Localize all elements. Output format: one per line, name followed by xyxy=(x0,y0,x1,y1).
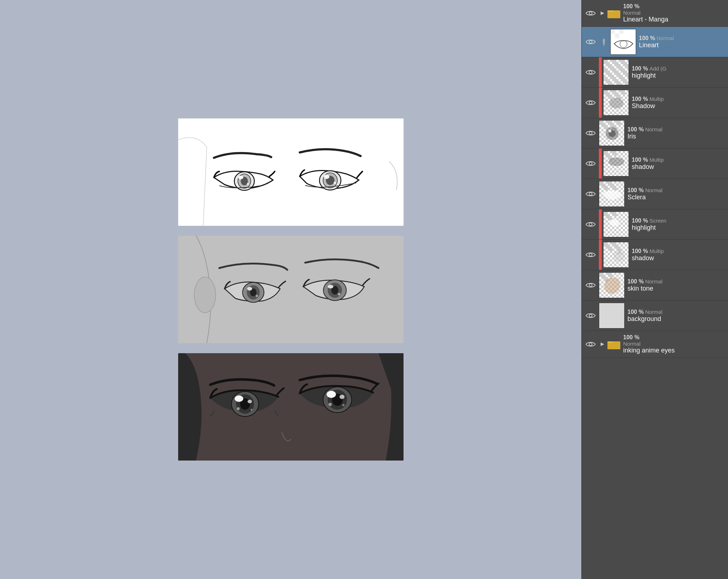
svg-rect-57 xyxy=(625,64,629,68)
svg-rect-51 xyxy=(604,60,608,64)
eye-icon-iris[interactable] xyxy=(584,126,597,140)
eye-icon-highlight[interactable] xyxy=(584,65,597,79)
collapse-triangle-icon[interactable] xyxy=(599,10,606,17)
layer-info-lineart: 100 % Normal Lineart xyxy=(637,35,726,49)
svg-rect-71 xyxy=(608,94,612,99)
svg-point-35 xyxy=(327,391,336,398)
svg-point-4 xyxy=(238,176,243,179)
folder-icon xyxy=(607,8,620,18)
svg-rect-107 xyxy=(599,273,604,277)
svg-point-13 xyxy=(194,277,216,313)
svg-rect-53 xyxy=(612,60,616,64)
svg-point-95 xyxy=(589,223,592,226)
svg-rect-74 xyxy=(621,90,625,94)
svg-rect-86 xyxy=(604,151,608,155)
layer-info-bottom-folder: 100 % Normal inking anime eyes xyxy=(622,334,726,354)
svg-rect-111 xyxy=(599,303,625,329)
layer-item-lineart[interactable]: 100 % Normal Lineart xyxy=(582,27,728,57)
eye-icon-shadow2[interactable] xyxy=(584,157,597,170)
svg-marker-40 xyxy=(601,11,604,15)
layer-name-lineart: Lineart xyxy=(639,42,726,49)
svg-rect-88 xyxy=(612,151,616,155)
layer-folder-lineart-manga[interactable]: 100 % Normal Lineart - Manga xyxy=(582,0,728,27)
layer-info-background: 100 % Normal background xyxy=(626,309,726,323)
svg-point-39 xyxy=(589,12,592,15)
layer-item-highlight[interactable]: 100 % Add (G highlight xyxy=(582,57,728,88)
drawing-panel-3 xyxy=(178,353,404,461)
svg-point-6 xyxy=(236,184,238,185)
svg-rect-92 xyxy=(604,186,608,190)
svg-point-36 xyxy=(339,395,345,399)
svg-rect-94 xyxy=(612,186,616,190)
svg-rect-67 xyxy=(616,81,621,85)
svg-point-84 xyxy=(609,130,611,132)
layer-item-background[interactable]: 100 % Normal background xyxy=(582,301,728,331)
layer-opacity-lineart: 100 % xyxy=(639,35,655,42)
svg-point-50 xyxy=(589,71,592,74)
svg-rect-101 xyxy=(604,242,608,247)
pen-icon xyxy=(599,37,609,47)
svg-point-106 xyxy=(589,284,592,287)
layer-item-sclera[interactable]: 100 % Normal Sclera xyxy=(582,179,728,209)
layer-item-shadow3[interactable]: 100 % Multip shadow xyxy=(582,240,728,270)
expand-triangle-icon[interactable] xyxy=(599,341,606,348)
eye-icon[interactable] xyxy=(584,6,597,20)
layers-panel: 100 % Normal Lineart - Manga xyxy=(581,0,728,579)
layer-thumb-highlight xyxy=(603,59,629,85)
eye-icon-lineart[interactable] xyxy=(584,35,597,49)
svg-point-105 xyxy=(614,250,625,262)
layer-folder-inking-anime-eyes[interactable]: 100 % Normal inking anime eyes xyxy=(582,331,728,358)
svg-rect-102 xyxy=(608,247,612,251)
layer-thumb-lineart xyxy=(610,29,636,55)
svg-rect-81 xyxy=(616,121,621,125)
eye-icon-sclera[interactable] xyxy=(584,187,597,201)
layer-thumb-skin-tone xyxy=(599,272,625,298)
layer-item-screen-highlight[interactable]: 100 % Screen highlight xyxy=(582,209,728,240)
svg-point-69 xyxy=(589,101,592,104)
layer-thumb-screen-highlight xyxy=(603,211,629,237)
eye-icon-screen-highlight[interactable] xyxy=(584,218,597,231)
eye-icon-bottom-folder[interactable] xyxy=(584,337,597,351)
color-dot-screen-highlight xyxy=(599,209,602,239)
layer-thumb-background xyxy=(599,303,625,329)
eye-icon-shadow1[interactable] xyxy=(584,96,597,110)
svg-point-44 xyxy=(589,40,592,43)
eye-icon-background[interactable] xyxy=(584,309,597,322)
svg-rect-60 xyxy=(608,73,612,77)
svg-point-5 xyxy=(247,183,249,185)
svg-rect-47 xyxy=(615,34,619,38)
svg-rect-116 xyxy=(607,343,620,349)
layer-info-highlight: 100 % Add (G highlight xyxy=(630,65,726,79)
eye-icon-skin-tone[interactable] xyxy=(584,278,597,292)
svg-rect-52 xyxy=(608,64,612,68)
layer-blend-lineart: Normal xyxy=(656,35,674,41)
layer-item-shadow2[interactable]: 100 % Multip shadow xyxy=(582,149,728,179)
layer-item-shadow1[interactable]: 100 % Multip Shadow xyxy=(582,88,728,118)
eye-icon-shadow3[interactable] xyxy=(584,248,597,262)
svg-point-31 xyxy=(250,409,252,411)
svg-rect-0 xyxy=(178,118,404,226)
drawing-panel-1 xyxy=(178,118,404,226)
svg-rect-109 xyxy=(608,273,612,277)
svg-point-18 xyxy=(256,295,258,297)
svg-point-29 xyxy=(248,400,252,403)
svg-rect-63 xyxy=(604,77,608,81)
color-dot-shadow3 xyxy=(599,240,602,270)
svg-rect-59 xyxy=(621,68,625,73)
svg-point-30 xyxy=(237,407,240,410)
svg-point-17 xyxy=(247,287,252,291)
svg-rect-91 xyxy=(599,181,604,186)
svg-point-99 xyxy=(609,219,619,226)
svg-rect-64 xyxy=(612,77,616,81)
layer-item-iris[interactable]: 100 % Normal Iris xyxy=(582,118,728,149)
color-dot-shadow1 xyxy=(599,88,602,118)
layer-info-shadow3: 100 % Multip shadow xyxy=(630,248,726,262)
layer-opacity-bottom: 100 % xyxy=(623,334,726,341)
layer-item-skin-tone[interactable]: 100 % Normal skin tone xyxy=(582,270,728,301)
svg-point-11 xyxy=(333,182,336,184)
svg-marker-113 xyxy=(601,342,604,346)
layer-info-screen-highlight: 100 % Screen highlight xyxy=(630,218,726,232)
svg-point-85 xyxy=(589,162,592,165)
svg-rect-56 xyxy=(621,60,625,64)
svg-point-110 xyxy=(589,314,592,317)
